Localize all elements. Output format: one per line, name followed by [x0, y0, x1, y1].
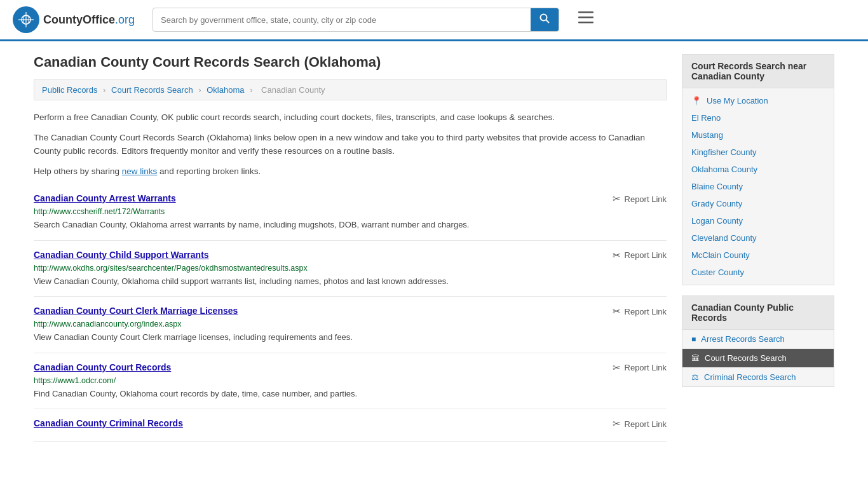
record-desc: View Canadian County, Oklahoma child sup…	[34, 275, 667, 288]
nearby-link-0[interactable]: El Reno	[682, 109, 834, 126]
report-link-icon: ✂	[613, 418, 621, 430]
nearby-link-9[interactable]: Custer County	[682, 264, 834, 281]
record-item: Canadian County Court Records ✂ Report L…	[34, 353, 667, 410]
main-container: Canadian County Court Records Search (Ok…	[21, 41, 847, 454]
search-input[interactable]	[153, 10, 531, 30]
report-link-4[interactable]: ✂ Report Link	[613, 418, 667, 430]
breadcrumb-public-records[interactable]: Public Records	[42, 85, 97, 95]
nearby-link-6[interactable]: Logan County	[682, 212, 834, 229]
report-link-3[interactable]: ✂ Report Link	[613, 362, 667, 374]
menu-icon[interactable]	[578, 11, 593, 28]
intro-paragraph-1: Perform a free Canadian County, OK publi…	[34, 111, 667, 125]
report-link-icon: ✂	[613, 250, 621, 261]
records-list: Canadian County Arrest Warrants ✂ Report…	[34, 184, 667, 442]
record-item: Canadian County Criminal Records ✂ Repor…	[34, 409, 667, 442]
record-title[interactable]: Canadian County Court Clerk Marriage Lic…	[34, 306, 238, 316]
report-link-0[interactable]: ✂ Report Link	[613, 193, 667, 205]
record-title[interactable]: Canadian County Arrest Warrants	[34, 193, 176, 203]
new-links-link[interactable]: new links	[122, 166, 158, 176]
criminal-records-icon: ⚖	[691, 372, 699, 382]
nearby-link-8[interactable]: McClain County	[682, 247, 834, 264]
svg-rect-9	[578, 22, 593, 24]
record-desc: View Canadian County Court Clerk marriag…	[34, 331, 667, 344]
nearby-link-3[interactable]: Oklahoma County	[682, 161, 834, 178]
sidebar: Court Records Search near Canadian Count…	[682, 54, 834, 442]
nearby-link-4[interactable]: Blaine County	[682, 178, 834, 195]
record-url[interactable]: http://www.okdhs.org/sites/searchcenter/…	[34, 264, 667, 273]
breadcrumb-canadian-county: Canadian County	[261, 85, 325, 95]
search-button[interactable]	[531, 8, 559, 31]
logo-icon	[13, 6, 39, 33]
arrest-records-icon: ■	[691, 335, 696, 344]
svg-rect-7	[578, 11, 593, 13]
report-link-icon: ✂	[613, 362, 621, 374]
logo-text: CountyOffice.org	[43, 13, 135, 27]
record-item: Canadian County Arrest Warrants ✂ Report…	[34, 184, 667, 241]
report-link-2[interactable]: ✂ Report Link	[613, 306, 667, 317]
svg-point-5	[541, 15, 547, 21]
record-title[interactable]: Canadian County Court Records	[34, 362, 171, 372]
record-item: Canadian County Court Clerk Marriage Lic…	[34, 297, 667, 353]
location-pin-icon: 📍	[691, 96, 702, 105]
record-url[interactable]: http://www.canadiancounty.org/index.aspx	[34, 320, 667, 329]
record-desc: Search Canadian County, Oklahoma arrest …	[34, 219, 667, 231]
svg-rect-8	[578, 17, 593, 18]
record-url[interactable]: http://www.ccsheriff.net/172/Warrants	[34, 207, 667, 216]
search-bar	[153, 8, 559, 32]
intro-paragraph-3: Help others by sharing new links and rep…	[34, 165, 667, 179]
breadcrumb-oklahoma[interactable]: Oklahoma	[207, 85, 244, 95]
breadcrumb: Public Records › Court Records Search › …	[34, 79, 667, 100]
record-title[interactable]: Canadian County Criminal Records	[34, 418, 183, 428]
breadcrumb-court-records[interactable]: Court Records Search	[111, 85, 193, 95]
report-link-1[interactable]: ✂ Report Link	[613, 250, 667, 261]
site-header: CountyOffice.org	[0, 0, 868, 41]
nearby-link-5[interactable]: Grady County	[682, 195, 834, 212]
public-records-title: Canadian County Public Records	[682, 296, 834, 330]
pub-records-item-1[interactable]: 🏛 Court Records Search	[682, 349, 834, 368]
intro-paragraph-2: The Canadian County Court Records Search…	[34, 131, 667, 158]
svg-line-6	[546, 20, 550, 24]
use-my-location-link[interactable]: 📍 Use My Location	[682, 92, 834, 109]
report-link-icon: ✂	[613, 306, 621, 317]
record-title[interactable]: Canadian County Child Support Warrants	[34, 250, 209, 260]
record-url[interactable]: https://www1.odcr.com/	[34, 376, 667, 385]
record-item: Canadian County Child Support Warrants ✂…	[34, 241, 667, 297]
content-area: Canadian County Court Records Search (Ok…	[34, 54, 667, 442]
nearby-section: Court Records Search near Canadian Count…	[682, 54, 834, 285]
nearby-link-7[interactable]: Cleveland County	[682, 229, 834, 247]
nearby-section-title: Court Records Search near Canadian Count…	[682, 55, 834, 88]
nearby-link-2[interactable]: Kingfisher County	[682, 144, 834, 161]
pub-records-item-0[interactable]: ■ Arrest Records Search	[682, 330, 834, 349]
nearby-links-list: 📍 Use My Location El Reno Mustang Kingfi…	[682, 88, 834, 285]
report-link-icon: ✂	[613, 193, 621, 205]
page-title: Canadian County Court Records Search (Ok…	[34, 54, 667, 71]
court-records-icon: 🏛	[691, 353, 700, 363]
record-desc: Find Canadian County, Oklahoma court rec…	[34, 388, 667, 400]
public-records-section: Canadian County Public Records ■ Arrest …	[682, 295, 834, 387]
pub-records-item-2[interactable]: ⚖ Criminal Records Search	[682, 368, 834, 386]
nearby-link-1[interactable]: Mustang	[682, 126, 834, 144]
logo-area: CountyOffice.org	[13, 6, 140, 33]
